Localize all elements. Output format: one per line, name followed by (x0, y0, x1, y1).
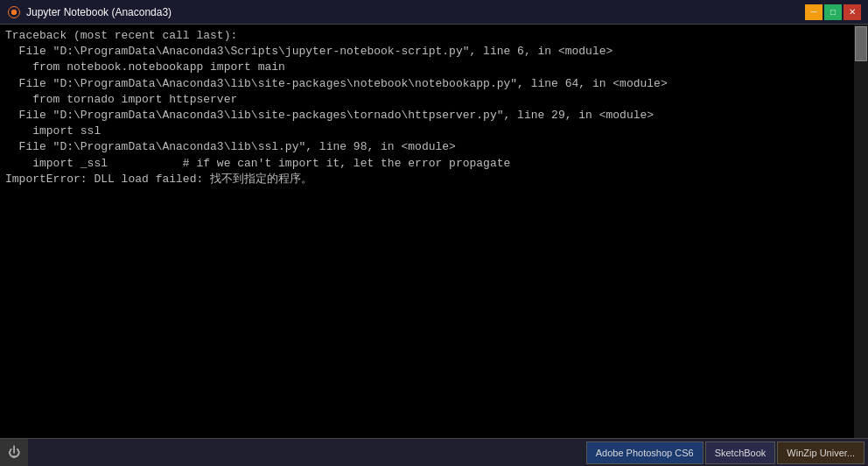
scrollbar-thumb[interactable] (855, 26, 867, 61)
taskbar-items: Adobe Photoshop CS6SketchBookWinZip Univ… (28, 441, 868, 464)
console-line: File "D:\ProgramData\Anaconda3\lib\site-… (5, 108, 849, 124)
power-button[interactable]: ⏻ (0, 439, 28, 467)
console-line: File "D:\ProgramData\Anaconda3\lib\ssl.p… (5, 139, 849, 155)
taskbar: ⏻ Adobe Photoshop CS6SketchBookWinZip Un… (0, 438, 868, 466)
console-line: from notebook.notebookapp import main (5, 60, 849, 75)
app-icon (7, 5, 21, 19)
console-line: Traceback (most recent call last): (5, 28, 849, 44)
console-output: Traceback (most recent call last): File … (0, 25, 854, 438)
console-line: File "D:\ProgramData\Anaconda3\lib\site-… (5, 76, 849, 92)
console-line: from tornado import httpserver (5, 92, 849, 108)
jupyter-logo-icon (8, 6, 20, 18)
console-line: import _ssl # if we can't import it, let… (5, 156, 849, 172)
scrollbar-vertical[interactable] (854, 25, 868, 438)
minimize-button[interactable]: ─ (805, 4, 822, 20)
console-line: import ssl (5, 124, 849, 139)
window-title: Jupyter Notebook (Anaconda3) (26, 6, 172, 18)
taskbar-item-sketchbook[interactable]: SketchBook (705, 441, 776, 464)
console-wrapper: Traceback (most recent call last): File … (0, 25, 868, 438)
taskbar-item-photoshop[interactable]: Adobe Photoshop CS6 (586, 441, 704, 464)
maximize-button[interactable]: □ (824, 4, 842, 20)
console-line: File "D:\ProgramData\Anaconda3\Scripts\j… (5, 44, 849, 60)
close-button[interactable]: ✕ (844, 4, 861, 20)
window-controls: ─ □ ✕ (805, 4, 861, 20)
console-line: ImportError: DLL load failed: 找不到指定的程序。 (5, 172, 849, 187)
title-bar: Jupyter Notebook (Anaconda3) ─ □ ✕ (0, 0, 868, 25)
taskbar-item-winzip[interactable]: WinZip Univer... (777, 441, 864, 464)
